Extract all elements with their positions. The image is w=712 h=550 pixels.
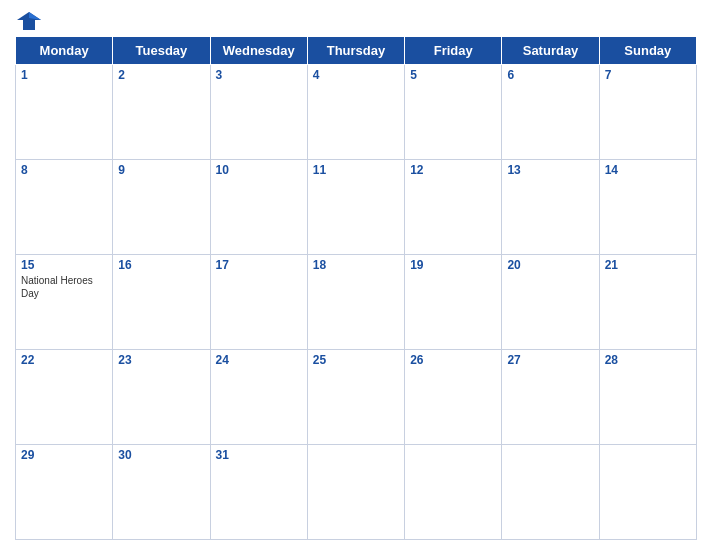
calendar-cell: 20 xyxy=(502,255,599,350)
day-number: 18 xyxy=(313,258,399,272)
weekday-header-friday: Friday xyxy=(405,37,502,65)
day-number: 1 xyxy=(21,68,107,82)
day-number: 7 xyxy=(605,68,691,82)
day-number: 31 xyxy=(216,448,302,462)
day-number: 28 xyxy=(605,353,691,367)
logo xyxy=(15,10,47,32)
weekday-header-thursday: Thursday xyxy=(307,37,404,65)
calendar-cell: 4 xyxy=(307,65,404,160)
day-number: 4 xyxy=(313,68,399,82)
day-number: 14 xyxy=(605,163,691,177)
calendar-cell: 28 xyxy=(599,350,696,445)
day-number: 24 xyxy=(216,353,302,367)
day-number: 3 xyxy=(216,68,302,82)
calendar-table: MondayTuesdayWednesdayThursdayFridaySatu… xyxy=(15,36,697,540)
day-number: 26 xyxy=(410,353,496,367)
logo-bird-icon xyxy=(15,10,43,32)
day-number: 30 xyxy=(118,448,204,462)
calendar-cell: 16 xyxy=(113,255,210,350)
calendar-cell: 13 xyxy=(502,160,599,255)
calendar-cell: 19 xyxy=(405,255,502,350)
calendar-cell: 5 xyxy=(405,65,502,160)
day-number: 5 xyxy=(410,68,496,82)
day-number: 12 xyxy=(410,163,496,177)
weekday-header-wednesday: Wednesday xyxy=(210,37,307,65)
week-row-1: 1234567 xyxy=(16,65,697,160)
calendar-cell: 8 xyxy=(16,160,113,255)
day-number: 27 xyxy=(507,353,593,367)
day-number: 29 xyxy=(21,448,107,462)
calendar-cell: 22 xyxy=(16,350,113,445)
day-number: 23 xyxy=(118,353,204,367)
calendar-cell: 31 xyxy=(210,445,307,540)
calendar-cell: 23 xyxy=(113,350,210,445)
calendar-cell: 29 xyxy=(16,445,113,540)
week-row-4: 22232425262728 xyxy=(16,350,697,445)
calendar-header xyxy=(15,10,697,32)
calendar-cell: 9 xyxy=(113,160,210,255)
calendar-cell: 26 xyxy=(405,350,502,445)
holiday-label: National Heroes Day xyxy=(21,274,107,300)
calendar-cell: 15National Heroes Day xyxy=(16,255,113,350)
week-row-2: 891011121314 xyxy=(16,160,697,255)
weekday-header-tuesday: Tuesday xyxy=(113,37,210,65)
day-number: 13 xyxy=(507,163,593,177)
weekday-header-monday: Monday xyxy=(16,37,113,65)
day-number: 9 xyxy=(118,163,204,177)
calendar-cell: 2 xyxy=(113,65,210,160)
day-number: 20 xyxy=(507,258,593,272)
day-number: 25 xyxy=(313,353,399,367)
calendar-cell: 10 xyxy=(210,160,307,255)
calendar-cell xyxy=(307,445,404,540)
calendar-cell: 17 xyxy=(210,255,307,350)
weekday-header-sunday: Sunday xyxy=(599,37,696,65)
weekday-header-saturday: Saturday xyxy=(502,37,599,65)
day-number: 15 xyxy=(21,258,107,272)
day-number: 8 xyxy=(21,163,107,177)
day-number: 16 xyxy=(118,258,204,272)
calendar-cell: 12 xyxy=(405,160,502,255)
day-number: 6 xyxy=(507,68,593,82)
calendar-cell: 14 xyxy=(599,160,696,255)
week-row-3: 15National Heroes Day161718192021 xyxy=(16,255,697,350)
calendar-cell xyxy=(599,445,696,540)
calendar-cell: 18 xyxy=(307,255,404,350)
calendar-cell: 7 xyxy=(599,65,696,160)
calendar-cell: 24 xyxy=(210,350,307,445)
calendar-cell xyxy=(502,445,599,540)
calendar-cell: 11 xyxy=(307,160,404,255)
calendar-cell: 25 xyxy=(307,350,404,445)
calendar-cell: 6 xyxy=(502,65,599,160)
day-number: 2 xyxy=(118,68,204,82)
calendar-cell: 30 xyxy=(113,445,210,540)
day-number: 10 xyxy=(216,163,302,177)
calendar-cell: 3 xyxy=(210,65,307,160)
weekday-header-row: MondayTuesdayWednesdayThursdayFridaySatu… xyxy=(16,37,697,65)
day-number: 22 xyxy=(21,353,107,367)
day-number: 17 xyxy=(216,258,302,272)
calendar-cell: 27 xyxy=(502,350,599,445)
day-number: 19 xyxy=(410,258,496,272)
calendar-cell: 1 xyxy=(16,65,113,160)
week-row-5: 293031 xyxy=(16,445,697,540)
calendar-cell xyxy=(405,445,502,540)
day-number: 21 xyxy=(605,258,691,272)
calendar-cell: 21 xyxy=(599,255,696,350)
day-number: 11 xyxy=(313,163,399,177)
